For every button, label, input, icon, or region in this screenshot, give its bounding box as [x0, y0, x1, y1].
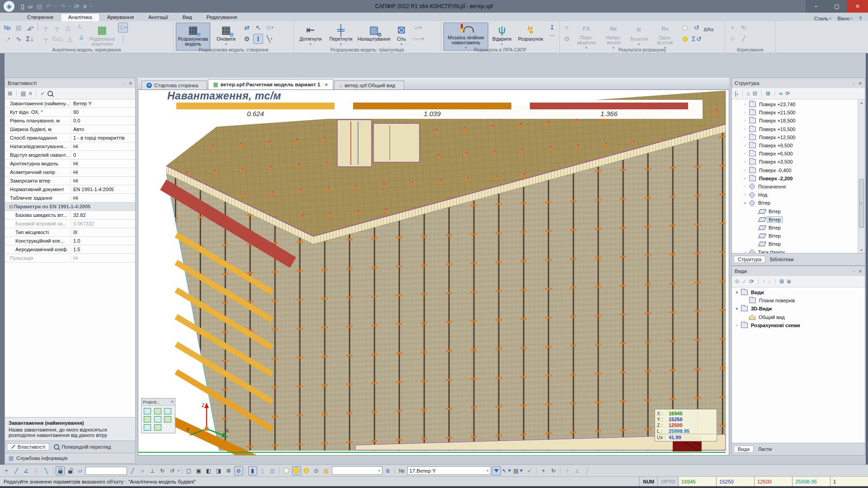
expand-arrow-icon[interactable]: › [743, 102, 747, 107]
display-solid-icon[interactable]: ▮ [248, 466, 257, 475]
expand-arrow-icon[interactable]: ∨ [743, 201, 747, 205]
snap-angle-icon[interactable]: ∠ [22, 466, 31, 475]
filter-icon[interactable]: {▾ [735, 90, 738, 97]
pan-icon[interactable]: + [539, 466, 548, 475]
structure-tree-item[interactable]: › Позначення [732, 183, 858, 191]
structure-tree-item[interactable]: Вітер [732, 216, 858, 224]
refresh-icon[interactable]: ⟳ [785, 90, 790, 97]
structure-tree-item[interactable]: ∨ Вітер [732, 199, 858, 207]
maximize-button[interactable]: ▢ [826, 0, 847, 13]
viewport-tab[interactable]: ▦ ветер.spf:Расчетная модель вариант 1 ✕ [208, 79, 333, 89]
lamp-on-icon[interactable] [292, 466, 301, 475]
structure-tree-item[interactable]: › Поверх -0,400 [732, 166, 858, 174]
views-tree-item[interactable]: Плани поверхів [732, 296, 858, 305]
expand-arrow-icon[interactable]: › [743, 135, 747, 140]
new-file-icon[interactable]: ▯ [21, 3, 24, 10]
support-hinge-icon[interactable]: △ [65, 34, 75, 44]
results-sum-icon[interactable]: Σ↺ [691, 34, 702, 44]
model-settings-icon[interactable]: ⚙ [242, 34, 252, 44]
support-truss-icon[interactable]: △ [63, 23, 73, 33]
load-number-icon[interactable]: № [397, 466, 406, 475]
lamp-small-icon[interactable] [302, 466, 311, 475]
property-row[interactable]: Пульсація Ні [5, 254, 135, 263]
orbit-icon[interactable]: ↻ [549, 466, 558, 475]
mirror-icon[interactable]: ╱ [583, 466, 592, 475]
ribbon-tab[interactable]: Аналітика [61, 13, 100, 21]
pin-icon[interactable]: ▫ [853, 81, 855, 86]
close-icon[interactable]: ✕ [859, 81, 862, 86]
structure-tree-item[interactable]: › Поверх +3,500 [732, 158, 858, 166]
scroll-down-icon[interactable]: ▾ [860, 247, 862, 253]
tab-close-icon[interactable]: ✕ [324, 82, 328, 87]
display-print-icon[interactable]: ▥ [268, 466, 277, 475]
show-results-on-icon[interactable] [680, 34, 690, 44]
save-icon[interactable]: ▤ [37, 3, 42, 10]
solid-view-3-icon[interactable]: ◧ [204, 466, 213, 475]
line-create-icon[interactable]: ╲▾ [264, 34, 274, 44]
snap-line-icon[interactable]: ╱ [12, 466, 21, 475]
expand-arrow-icon[interactable]: › [743, 118, 747, 123]
triangulation-settings-button[interactable]: ▨⚙ Налаштування [357, 23, 391, 51]
redo-icon[interactable]: ↷ [60, 3, 66, 10]
rotate-element-icon[interactable]: ↻ [739, 23, 749, 33]
home-icon[interactable]: ⌂ [747, 90, 750, 97]
property-row[interactable]: Заморозити вітер Ні [5, 177, 135, 185]
property-row[interactable]: Рівень планування, м 0.0 [5, 117, 135, 125]
snap-grid-icon[interactable]: + [2, 466, 11, 475]
mosaic-loads-button[interactable]: Мозаїка лінійних навантажень ▾ [443, 23, 488, 51]
views-tab[interactable]: Листи [755, 446, 775, 452]
move-node-icon[interactable]: ⊹ [727, 34, 737, 44]
projection-palette-title[interactable]: Projecti... ✕ [142, 399, 175, 406]
ribbon-tab[interactable]: Вид [175, 14, 199, 21]
expand-arrow-icon[interactable]: ∨ [735, 306, 739, 311]
align-plates-icon[interactable]: ▭▭▾ [412, 34, 424, 44]
expand-arrow-icon[interactable]: › [743, 110, 747, 115]
apply-loads-icon[interactable]: ✓ [525, 466, 534, 475]
property-row[interactable]: Нормативний документ EN 1991-1-4:2005 [5, 185, 135, 194]
sync-model-icon[interactable]: ⇄ [242, 23, 252, 33]
expand-arrow-icon[interactable]: › [743, 160, 747, 164]
property-row[interactable]: ⊟Параметри по EN 1991-1-4:2005 [5, 202, 135, 211]
bridge-results-icon[interactable]: ⌒ [547, 34, 557, 44]
model-canvas[interactable]: Навантаження, тс/м 0.624 1.039 1.366 [138, 90, 729, 455]
measure-angle-icon[interactable]: ∠ [573, 466, 582, 475]
wind-load-icon[interactable]: ∿ [14, 34, 24, 44]
sum-loads-icon[interactable]: Σ↓ [25, 34, 35, 44]
views-tree-item[interactable]: ∨ 3D-Види [732, 305, 858, 313]
ribbon-tab[interactable]: Анотації [141, 14, 175, 21]
support-fixed-icon[interactable]: ┬ [52, 23, 62, 33]
wall-load-icon[interactable]: ◢▾ [25, 23, 35, 33]
solid-view-4-icon[interactable]: ◨ [214, 466, 223, 475]
structure-tree-item[interactable]: › Тиск ґрунту [732, 248, 858, 253]
move-element-icon[interactable]: + [727, 23, 737, 33]
displacement-button[interactable]: FX Пере- міщення ▾ [573, 23, 599, 51]
property-row[interactable]: Архітектурна модель Ні [5, 160, 135, 168]
close-icon[interactable]: ✕ [859, 269, 862, 274]
workplane-icon[interactable]: ▱ [75, 466, 85, 475]
search-icon[interactable] [47, 91, 53, 96]
views-tab[interactable]: Види [734, 446, 754, 453]
qat-options-icon[interactable]: ▾ [90, 5, 92, 8]
filter-table-icon[interactable]: ▤ [513, 466, 524, 475]
lamp-table-icon[interactable]: ▤ [322, 466, 331, 475]
viewport-tab[interactable]: ✦ Стартова сторінка [142, 80, 207, 89]
expand-arrow-icon[interactable]: › [743, 143, 747, 148]
service-info-bar[interactable]: ▤ Службова інформація [5, 453, 135, 463]
layers-icon[interactable]: ≣ [383, 466, 392, 475]
expand-arrow-icon[interactable]: › [743, 250, 747, 253]
node-visibility-icon[interactable]: ⊙ [312, 466, 321, 475]
projection-icon[interactable] [154, 424, 161, 431]
expand-arrow-icon[interactable]: › [743, 151, 747, 156]
filter-pick-icon[interactable]: ↖ [502, 466, 512, 475]
structure-tree-item[interactable]: › Поверх +18,500 [732, 117, 858, 125]
solid-view-5-icon[interactable]: ⚙ [224, 466, 233, 475]
move-down-icon[interactable]: ↓ [768, 278, 771, 285]
structure-tree-item[interactable]: Вітер [732, 224, 858, 232]
views-tree-item[interactable]: Общий вид [732, 313, 858, 321]
intersect-button[interactable]: ╪ Перетнути ▾ [326, 23, 355, 51]
export-model-icon[interactable]: ↧ [547, 23, 557, 33]
property-row[interactable]: Завантаження (наймену... Ветер Y [5, 99, 135, 108]
draw-line-icon[interactable]: ╱ [128, 466, 137, 475]
apply-view-icon[interactable]: ✓ [742, 278, 747, 285]
open-lira-button[interactable]: ψ Відкрити ▾ [490, 23, 514, 51]
